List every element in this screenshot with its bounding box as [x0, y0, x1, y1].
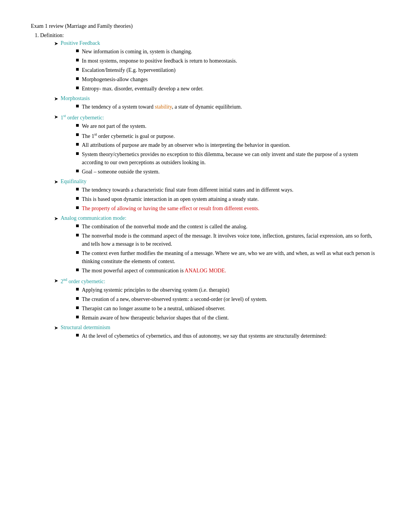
bullet-text-red: The property of allowing or having the s…	[82, 204, 259, 212]
structural-bullets: At the level of cybernetics of cyberneti…	[61, 332, 327, 340]
first-order-bullets: We are not part of the system. The 1st o…	[61, 122, 379, 176]
analog-bullets: The combination of the nonverbal mode an…	[61, 223, 379, 275]
arrow-icon: ➤	[54, 325, 58, 331]
bullet-icon	[76, 49, 79, 52]
bullet-icon	[76, 234, 79, 236]
positive-feedback-bullets: New information is coming in, system is …	[61, 48, 237, 93]
bullet-item: Morphogenesis-allow changes	[76, 75, 237, 83]
bullet-icon	[76, 306, 79, 309]
section-content: 1st order cybernetic: We are not part of…	[61, 114, 379, 177]
bullet-icon	[76, 133, 79, 136]
page-title: Exam 1 review (Marriage and Family theor…	[31, 23, 379, 29]
bullet-text: In most systems, response to positive fe…	[82, 57, 237, 65]
bullet-icon	[76, 170, 79, 172]
section-content: Analog communication mode: The combinati…	[61, 215, 379, 276]
bullet-item: The property of allowing or having the s…	[76, 204, 293, 212]
bullet-text: Applying systemic principles to the obse…	[82, 286, 229, 294]
bullet-item: At the level of cybernetics of cyberneti…	[76, 332, 327, 340]
bullet-text: The 1st order cybernetic is goal or purp…	[82, 131, 175, 140]
bullet-icon	[76, 77, 79, 80]
bullet-text: The tendency towards a characteristic fi…	[82, 186, 293, 194]
bullet-icon	[76, 68, 79, 71]
bullet-text: System theory/cybernetics provides no ex…	[82, 150, 379, 167]
bullet-item: The 1st order cybernetic is goal or purp…	[76, 131, 379, 140]
bullet-text: The tendency of a system toward stabilit…	[82, 103, 242, 111]
section-analog-communication: ➤ Analog communication mode: The combina…	[54, 215, 379, 276]
bullet-icon	[76, 297, 79, 300]
bullet-icon	[76, 197, 79, 200]
bullet-item: Therapist can no longer assume to be a n…	[76, 304, 267, 313]
bullet-icon	[76, 224, 79, 227]
bullet-text: All attributions of purpose are made by …	[82, 141, 290, 149]
bullet-item: The nonverbal mode is the command aspect…	[76, 232, 379, 248]
bullet-text: Escalation/Intensify (E.g. hyperventilat…	[82, 66, 176, 74]
bullet-text: Entropy- max. disorder, eventually devel…	[82, 85, 203, 93]
bullet-item: All attributions of purpose are made by …	[76, 141, 379, 149]
main-numbered-list: Definition: ➤ Positive Feedback New info…	[31, 32, 379, 341]
bullet-text: We are not part of the system.	[82, 122, 146, 130]
bullet-text: New information is coming in, system is …	[82, 48, 192, 56]
bullet-icon	[76, 105, 79, 107]
bullet-icon	[76, 316, 79, 318]
bullet-text: Goal – someone outside the system.	[82, 168, 159, 176]
section-label-positive-feedback: Positive Feedback	[61, 40, 100, 46]
morphostasis-bullets: The tendency of a system toward stabilit…	[61, 103, 242, 111]
bullet-item: The most powerful aspect of communicatio…	[76, 267, 379, 275]
bullet-item: Escalation/Intensify (E.g. hyperventilat…	[76, 66, 237, 74]
bullet-icon	[76, 188, 79, 190]
bullet-item: In most systems, response to positive fe…	[76, 57, 237, 65]
bullet-item: System theory/cybernetics provides no ex…	[76, 150, 379, 167]
section-content: Positive Feedback New information is com…	[61, 40, 237, 94]
section-content: Structural determinism At the level of c…	[61, 325, 327, 341]
bullet-icon	[76, 143, 79, 146]
bullet-icon	[76, 288, 79, 291]
arrow-icon: ➤	[54, 96, 58, 102]
arrow-icon: ➤	[54, 216, 58, 222]
bullet-icon	[76, 87, 79, 89]
section-second-order: ➤ 2nd order cybernetic: Applying systemi…	[54, 277, 379, 323]
bullet-item: Remain aware of how therapeutic behavior…	[76, 314, 267, 322]
bullet-text: Remain aware of how therapeutic behavior…	[82, 314, 229, 322]
section-morphostasis: ➤ Morphostasis The tendency of a system …	[54, 95, 379, 112]
section-equifinality: ➤ Equifinality The tendency towards a ch…	[54, 178, 379, 214]
bullet-text: The creation of a new, observer-observed…	[82, 295, 267, 303]
section-label-second-order: 2nd order cybernetic:	[61, 279, 105, 284]
bullet-icon	[76, 206, 79, 209]
bullet-item: This is based upon dynamic interaction i…	[76, 195, 293, 203]
bullet-text: This is based upon dynamic interaction i…	[82, 195, 259, 203]
arrow-sections-list: ➤ Positive Feedback New information is c…	[40, 40, 379, 341]
definition-label: Definition:	[40, 32, 64, 38]
section-structural-determinism: ➤ Structural determinism At the level of…	[54, 325, 379, 341]
bullet-icon	[76, 152, 79, 155]
bullet-icon	[76, 251, 79, 254]
bullet-icon	[76, 59, 79, 61]
bullet-text: At the level of cybernetics of cyberneti…	[82, 332, 327, 340]
bullet-icon	[76, 334, 79, 337]
bullet-icon	[76, 124, 79, 127]
analog-mode-highlight: ANALOG MODE.	[185, 268, 226, 274]
arrow-icon: ➤	[54, 179, 58, 185]
bullet-text: Morphogenesis-allow changes	[82, 75, 148, 83]
bullet-text: The combination of the nonverbal mode an…	[82, 223, 247, 231]
definition-item: Definition: ➤ Positive Feedback New info…	[40, 32, 379, 341]
stability-highlight: stability	[155, 104, 172, 110]
section-positive-feedback: ➤ Positive Feedback New information is c…	[54, 40, 379, 94]
bullet-item: The context even further modifies the me…	[76, 249, 379, 265]
section-label-morphostasis: Morphostasis	[61, 95, 90, 101]
equifinality-bullets: The tendency towards a characteristic fi…	[61, 186, 293, 212]
section-content: 2nd order cybernetic: Applying systemic …	[61, 277, 267, 323]
bullet-icon	[76, 269, 79, 271]
bullet-text: The nonverbal mode is the command aspect…	[82, 232, 379, 248]
section-label-analog: Analog communication mode:	[61, 215, 126, 221]
section-first-order: ➤ 1st order cybernetic: We are not part …	[54, 114, 379, 177]
bullet-item: New information is coming in, system is …	[76, 48, 237, 56]
arrow-icon: ➤	[54, 278, 58, 284]
section-label-equifinality: Equifinality	[61, 178, 86, 184]
bullet-item: The tendency of a system toward stabilit…	[76, 103, 242, 111]
bullet-item: The creation of a new, observer-observed…	[76, 295, 267, 303]
section-content: Equifinality The tendency towards a char…	[61, 178, 293, 214]
bullet-text: The context even further modifies the me…	[82, 249, 379, 265]
bullet-item: The tendency towards a characteristic fi…	[76, 186, 293, 194]
bullet-item: Applying systemic principles to the obse…	[76, 286, 267, 294]
bullet-item: We are not part of the system.	[76, 122, 379, 130]
